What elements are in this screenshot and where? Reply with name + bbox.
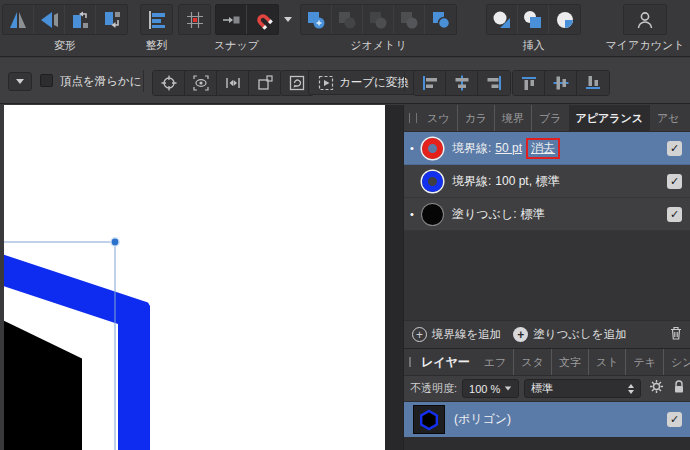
node-options-dropdown[interactable]: [8, 72, 32, 91]
panel-grip-icon[interactable]: [409, 113, 417, 123]
polygon-shape[interactable]: [4, 105, 385, 450]
delete-appearance-button[interactable]: [669, 325, 683, 345]
snap-tolerance-button[interactable]: [216, 5, 247, 34]
add-fill-button[interactable]: 塗りつぶしを追加: [533, 327, 626, 342]
layers-options-row: 不透明度: 100 % 標準: [404, 376, 690, 402]
target-icon: [160, 74, 178, 92]
insert-inside-button[interactable]: [549, 5, 580, 34]
tab-text[interactable]: 文字: [551, 349, 588, 375]
tab-textstyles[interactable]: テキ: [625, 349, 663, 375]
rotate-right-icon: [101, 9, 123, 31]
appearance-row-stroke-50[interactable]: • 境界線:50 pt消去: [404, 132, 690, 165]
erase-blend-link[interactable]: 消去: [531, 141, 555, 155]
tab-colour[interactable]: カラ: [457, 105, 495, 131]
align-left-button[interactable]: [414, 71, 446, 95]
add-stroke-plus-icon[interactable]: +: [412, 327, 427, 342]
align-middle-icon: [553, 75, 569, 91]
convert-to-curves-button[interactable]: カーブに変換: [308, 70, 419, 95]
main-toolbar: 変形 整列: [0, 0, 690, 57]
snapping-toggle-button[interactable]: [247, 5, 278, 34]
stepper-icon: [628, 384, 634, 394]
tab-stroke[interactable]: 境界: [494, 105, 531, 131]
align-section-label: 整列: [146, 38, 168, 53]
snapping-grid-button[interactable]: [179, 5, 210, 34]
flip-vertical-button[interactable]: [34, 5, 65, 34]
add-fill-plus-icon[interactable]: +: [513, 327, 528, 342]
rotate-left-button[interactable]: [65, 5, 96, 34]
tab-appearance[interactable]: アピアランス: [569, 105, 651, 131]
blend-mode-dropdown[interactable]: 標準: [524, 379, 641, 398]
smooth-vertices-checkbox[interactable]: [40, 74, 53, 87]
transform-handles-button[interactable]: [217, 71, 249, 95]
tab-layers[interactable]: レイヤー: [414, 349, 477, 375]
tab-brushes[interactable]: ブラ: [531, 105, 569, 131]
align-top-button[interactable]: [513, 71, 545, 95]
canvas-area[interactable]: [0, 105, 403, 450]
tab-styles[interactable]: スタ: [513, 349, 551, 375]
align-right-button[interactable]: [478, 71, 510, 95]
selection-handle[interactable]: [111, 238, 119, 246]
add-stroke-button[interactable]: 境界線を追加: [432, 327, 501, 342]
insert-section-label: 挿入: [523, 38, 545, 53]
stroke-swatch-red-icon[interactable]: [422, 138, 443, 159]
tab-assets[interactable]: アセ: [650, 105, 687, 131]
context-toolbar: 頂点を滑らかに カーブに変換: [0, 58, 690, 104]
tab-symbols[interactable]: シン: [663, 349, 690, 375]
blend-options-button[interactable]: [649, 379, 664, 398]
tab-effects[interactable]: エフ: [477, 349, 514, 375]
artboard[interactable]: [4, 105, 385, 450]
row-visibility-checkbox[interactable]: [667, 207, 682, 222]
lock-layer-button[interactable]: [673, 379, 685, 398]
opacity-dropdown[interactable]: 100 %: [462, 379, 519, 398]
layer-row-polygon[interactable]: (ポリゴン): [404, 402, 690, 437]
stroke-width-link[interactable]: 50 pt: [495, 141, 522, 155]
align-bottom-icon: [585, 75, 601, 91]
panel-grip-icon[interactable]: [409, 357, 411, 367]
geometry-add-button[interactable]: [301, 5, 332, 34]
fill-swatch-black-icon[interactable]: [422, 204, 443, 225]
insert-section: 挿入: [486, 4, 581, 53]
boolean-subtract-icon: [336, 9, 358, 31]
align-center-button[interactable]: [446, 71, 478, 95]
geometry-subtract-button[interactable]: [332, 5, 363, 34]
geometry-combine-button[interactable]: [425, 5, 456, 34]
stroke-swatch-blue-icon[interactable]: [422, 171, 443, 192]
handles-icon: [224, 74, 242, 92]
insert-behind-button[interactable]: [487, 5, 518, 34]
layer-visibility-checkbox[interactable]: [667, 412, 682, 427]
appearance-row-fill[interactable]: • 塗りつぶし:標準: [404, 198, 690, 231]
snap-to-node-button[interactable]: [153, 71, 185, 95]
chevron-down-icon: [505, 387, 511, 391]
align-section: 整列: [140, 4, 173, 53]
rotate-right-button[interactable]: [96, 5, 127, 34]
layer-thumbnail[interactable]: [413, 405, 445, 434]
tab-swatches[interactable]: スウ: [420, 105, 457, 131]
opacity-value: 100 %: [469, 383, 500, 395]
fill-blend-value[interactable]: 標準: [520, 207, 544, 221]
insert-on-top-button[interactable]: [518, 5, 549, 34]
snap-options-dropdown[interactable]: [281, 5, 295, 34]
appearance-actions-bar: + 境界線を追加 + 塗りつぶしを追加: [404, 320, 690, 349]
geometry-divide-button[interactable]: [394, 5, 425, 34]
stroke-width-value[interactable]: 100 pt, 標準: [495, 174, 559, 188]
my-account-button[interactable]: [624, 5, 666, 34]
chevron-down-icon: [284, 17, 292, 22]
row-visibility-checkbox[interactable]: [667, 141, 682, 156]
row-visibility-checkbox[interactable]: [667, 174, 682, 189]
chevron-down-icon: [16, 79, 24, 84]
geometry-intersect-button[interactable]: [363, 5, 394, 34]
layer-name[interactable]: (ポリゴン): [454, 411, 511, 428]
alignment-button[interactable]: [141, 5, 172, 34]
align-middle-button[interactable]: [545, 71, 577, 95]
align-bottom-button[interactable]: [577, 71, 609, 95]
account-section: マイアカウント: [600, 4, 690, 53]
flip-horizontal-button[interactable]: [3, 5, 34, 34]
show-selection-button[interactable]: [185, 71, 217, 95]
tab-stroke2[interactable]: スト: [588, 349, 626, 375]
transform-mode-button[interactable]: [249, 71, 281, 95]
lock-icon: [673, 379, 685, 394]
opacity-label: 不透明度:: [410, 381, 457, 396]
appearance-row-stroke-100[interactable]: 境界線:100 pt, 標準: [404, 165, 690, 198]
insert-inside-icon: [554, 9, 576, 31]
flip-vertical-icon: [38, 9, 60, 31]
